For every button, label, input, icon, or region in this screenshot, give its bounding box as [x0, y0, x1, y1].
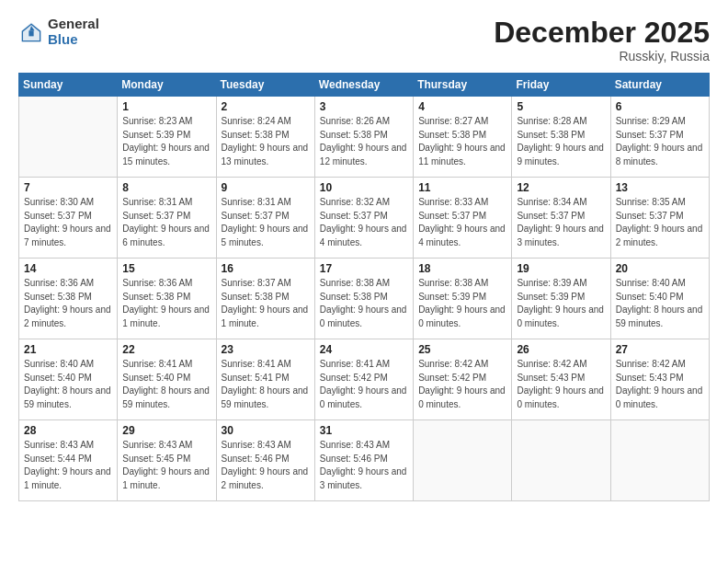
day-number: 15 [122, 262, 210, 275]
day-number: 30 [222, 424, 310, 437]
day-info: Sunrise: 8:43 AMSunset: 5:45 PMDaylight:… [122, 439, 210, 492]
day-info: Sunrise: 8:40 AMSunset: 5:40 PMDaylight:… [24, 358, 112, 411]
logo-icon [18, 19, 44, 45]
calendar-cell: 24Sunrise: 8:41 AMSunset: 5:42 PMDayligh… [314, 339, 413, 420]
day-number: 3 [320, 100, 408, 113]
day-number: 23 [222, 343, 310, 356]
week-row-2: 14Sunrise: 8:36 AMSunset: 5:38 PMDayligh… [19, 259, 710, 339]
svg-rect-3 [28, 30, 33, 36]
day-info: Sunrise: 8:42 AMSunset: 5:43 PMDaylight:… [517, 358, 605, 411]
day-info: Sunrise: 8:38 AMSunset: 5:39 PMDaylight:… [418, 277, 506, 330]
day-number: 18 [418, 262, 506, 275]
day-number: 1 [122, 100, 210, 113]
day-info: Sunrise: 8:30 AMSunset: 5:37 PMDaylight:… [24, 196, 112, 249]
logo-general: General [48, 17, 99, 32]
day-info: Sunrise: 8:42 AMSunset: 5:43 PMDaylight:… [616, 358, 704, 411]
day-info: Sunrise: 8:24 AMSunset: 5:38 PMDaylight:… [222, 115, 310, 168]
day-number: 28 [24, 424, 112, 437]
day-info: Sunrise: 8:40 AMSunset: 5:40 PMDaylight:… [616, 277, 704, 330]
title-location: Russkiy, Russia [494, 49, 710, 63]
calendar-cell: 9Sunrise: 8:31 AMSunset: 5:37 PMDaylight… [216, 178, 314, 259]
weekday-header-row: SundayMondayTuesdayWednesdayThursdayFrid… [19, 74, 710, 97]
day-number: 5 [517, 100, 605, 113]
day-info: Sunrise: 8:34 AMSunset: 5:37 PMDaylight:… [517, 196, 605, 249]
calendar-cell: 12Sunrise: 8:34 AMSunset: 5:37 PMDayligh… [512, 178, 610, 259]
weekday-thursday: Thursday [414, 74, 512, 97]
logo-text: General Blue [48, 17, 99, 47]
day-number: 26 [517, 343, 605, 356]
weekday-tuesday: Tuesday [216, 74, 314, 97]
day-info: Sunrise: 8:43 AMSunset: 5:44 PMDaylight:… [24, 439, 112, 492]
day-info: Sunrise: 8:36 AMSunset: 5:38 PMDaylight:… [122, 277, 210, 330]
day-number: 9 [222, 181, 310, 194]
calendar-cell: 2Sunrise: 8:24 AMSunset: 5:38 PMDaylight… [216, 97, 314, 178]
calendar-cell: 6Sunrise: 8:29 AMSunset: 5:37 PMDaylight… [610, 97, 709, 178]
day-info: Sunrise: 8:23 AMSunset: 5:39 PMDaylight:… [122, 115, 210, 168]
day-info: Sunrise: 8:38 AMSunset: 5:38 PMDaylight:… [320, 277, 408, 330]
day-info: Sunrise: 8:43 AMSunset: 5:46 PMDaylight:… [320, 439, 408, 492]
calendar-cell: 29Sunrise: 8:43 AMSunset: 5:45 PMDayligh… [118, 420, 216, 501]
day-number: 6 [616, 100, 704, 113]
week-row-4: 28Sunrise: 8:43 AMSunset: 5:44 PMDayligh… [19, 420, 710, 501]
calendar-cell: 4Sunrise: 8:27 AMSunset: 5:38 PMDaylight… [414, 97, 512, 178]
day-info: Sunrise: 8:27 AMSunset: 5:38 PMDaylight:… [418, 115, 506, 168]
calendar-cell: 22Sunrise: 8:41 AMSunset: 5:40 PMDayligh… [118, 339, 216, 420]
calendar-cell: 14Sunrise: 8:36 AMSunset: 5:38 PMDayligh… [19, 259, 118, 339]
day-number: 4 [418, 100, 506, 113]
day-info: Sunrise: 8:36 AMSunset: 5:38 PMDaylight:… [24, 277, 112, 330]
day-number: 25 [418, 343, 506, 356]
week-row-1: 7Sunrise: 8:30 AMSunset: 5:37 PMDaylight… [19, 178, 710, 259]
calendar-cell: 23Sunrise: 8:41 AMSunset: 5:41 PMDayligh… [216, 339, 314, 420]
calendar-cell: 7Sunrise: 8:30 AMSunset: 5:37 PMDaylight… [19, 178, 118, 259]
day-info: Sunrise: 8:35 AMSunset: 5:37 PMDaylight:… [616, 196, 704, 249]
day-number: 17 [320, 262, 408, 275]
calendar-cell: 18Sunrise: 8:38 AMSunset: 5:39 PMDayligh… [414, 259, 512, 339]
day-number: 21 [24, 343, 112, 356]
calendar-cell: 3Sunrise: 8:26 AMSunset: 5:38 PMDaylight… [314, 97, 413, 178]
calendar-cell: 27Sunrise: 8:42 AMSunset: 5:43 PMDayligh… [610, 339, 709, 420]
weekday-saturday: Saturday [610, 74, 709, 97]
calendar-cell: 28Sunrise: 8:43 AMSunset: 5:44 PMDayligh… [19, 420, 118, 501]
calendar-cell: 8Sunrise: 8:31 AMSunset: 5:37 PMDaylight… [118, 178, 216, 259]
calendar-cell: 19Sunrise: 8:39 AMSunset: 5:39 PMDayligh… [512, 259, 610, 339]
day-info: Sunrise: 8:28 AMSunset: 5:38 PMDaylight:… [517, 115, 605, 168]
day-number: 11 [418, 181, 506, 194]
day-number: 13 [616, 181, 704, 194]
calendar-cell [610, 420, 709, 501]
weekday-monday: Monday [118, 74, 216, 97]
day-info: Sunrise: 8:26 AMSunset: 5:38 PMDaylight:… [320, 115, 408, 168]
day-number: 2 [222, 100, 310, 113]
day-number: 12 [517, 181, 605, 194]
week-row-3: 21Sunrise: 8:40 AMSunset: 5:40 PMDayligh… [19, 339, 710, 420]
calendar-cell: 25Sunrise: 8:42 AMSunset: 5:42 PMDayligh… [414, 339, 512, 420]
calendar-cell: 16Sunrise: 8:37 AMSunset: 5:38 PMDayligh… [216, 259, 314, 339]
day-info: Sunrise: 8:29 AMSunset: 5:37 PMDaylight:… [616, 115, 704, 168]
day-info: Sunrise: 8:41 AMSunset: 5:41 PMDaylight:… [222, 358, 310, 411]
logo-blue: Blue [48, 32, 99, 48]
day-info: Sunrise: 8:41 AMSunset: 5:42 PMDaylight:… [320, 358, 408, 411]
calendar-cell: 21Sunrise: 8:40 AMSunset: 5:40 PMDayligh… [19, 339, 118, 420]
day-info: Sunrise: 8:43 AMSunset: 5:46 PMDaylight:… [222, 439, 310, 492]
calendar-cell [414, 420, 512, 501]
day-number: 22 [122, 343, 210, 356]
week-row-0: 1Sunrise: 8:23 AMSunset: 5:39 PMDaylight… [19, 97, 710, 178]
day-number: 10 [320, 181, 408, 194]
weekday-wednesday: Wednesday [314, 74, 413, 97]
calendar-cell: 30Sunrise: 8:43 AMSunset: 5:46 PMDayligh… [216, 420, 314, 501]
calendar-cell: 31Sunrise: 8:43 AMSunset: 5:46 PMDayligh… [314, 420, 413, 501]
day-info: Sunrise: 8:32 AMSunset: 5:37 PMDaylight:… [320, 196, 408, 249]
calendar-cell: 5Sunrise: 8:28 AMSunset: 5:38 PMDaylight… [512, 97, 610, 178]
calendar-cell: 11Sunrise: 8:33 AMSunset: 5:37 PMDayligh… [414, 178, 512, 259]
calendar-table: SundayMondayTuesdayWednesdayThursdayFrid… [18, 73, 710, 501]
calendar-cell: 13Sunrise: 8:35 AMSunset: 5:37 PMDayligh… [610, 178, 709, 259]
calendar-cell: 20Sunrise: 8:40 AMSunset: 5:40 PMDayligh… [610, 259, 709, 339]
day-info: Sunrise: 8:37 AMSunset: 5:38 PMDaylight:… [222, 277, 310, 330]
weekday-sunday: Sunday [19, 74, 118, 97]
day-info: Sunrise: 8:42 AMSunset: 5:42 PMDaylight:… [418, 358, 506, 411]
calendar-cell: 1Sunrise: 8:23 AMSunset: 5:39 PMDaylight… [118, 97, 216, 178]
page: General Blue December 2025 Russkiy, Russ… [0, 0, 728, 563]
title-block: December 2025 Russkiy, Russia [494, 17, 710, 63]
day-number: 16 [222, 262, 310, 275]
calendar-cell: 26Sunrise: 8:42 AMSunset: 5:43 PMDayligh… [512, 339, 610, 420]
day-number: 27 [616, 343, 704, 356]
